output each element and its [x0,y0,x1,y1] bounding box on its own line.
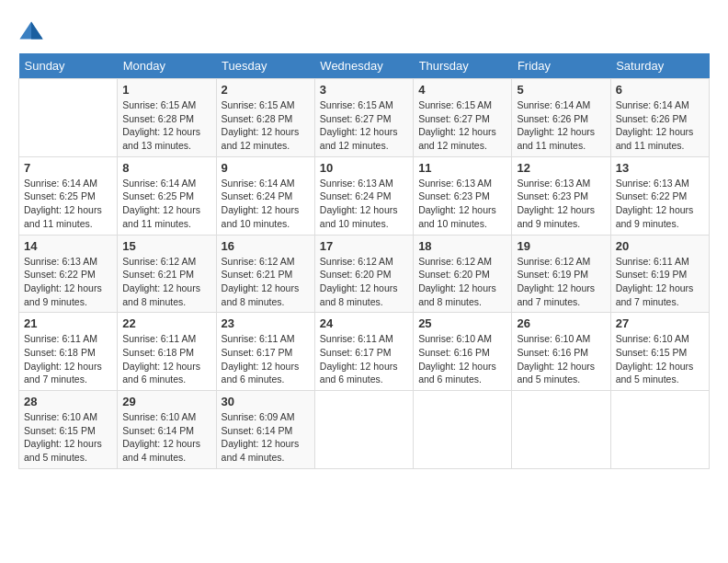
day-info: Sunrise: 6:12 AMSunset: 6:20 PMDaylight:… [418,255,506,309]
day-cell: 19Sunrise: 6:12 AMSunset: 6:19 PMDayligh… [512,235,610,313]
day-info: Sunrise: 6:10 AMSunset: 6:16 PMDaylight:… [517,332,605,386]
day-cell: 13Sunrise: 6:13 AMSunset: 6:22 PMDayligh… [610,156,709,235]
day-number: 29 [122,395,210,408]
day-info: Sunrise: 6:15 AMSunset: 6:28 PMDaylight:… [122,98,210,153]
day-number: 24 [320,316,408,330]
day-info: Sunrise: 6:13 AMSunset: 6:24 PMDaylight:… [320,177,408,231]
day-number: 30 [222,395,310,408]
day-number: 21 [24,316,112,330]
logo-icon [18,18,44,44]
header-cell-friday: Friday [512,53,610,79]
day-number: 11 [418,161,506,175]
day-info: Sunrise: 6:12 AMSunset: 6:20 PMDaylight:… [320,255,408,309]
day-info: Sunrise: 6:14 AMSunset: 6:26 PMDaylight:… [517,98,605,153]
day-cell: 10Sunrise: 6:13 AMSunset: 6:24 PMDayligh… [314,156,413,235]
day-number: 8 [122,161,210,175]
day-cell: 15Sunrise: 6:12 AMSunset: 6:21 PMDayligh… [118,235,216,313]
day-info: Sunrise: 6:15 AMSunset: 6:27 PMDaylight:… [320,98,408,153]
logo [18,18,48,44]
day-cell [414,391,512,469]
day-info: Sunrise: 6:13 AMSunset: 6:23 PMDaylight:… [517,177,605,231]
day-cell: 27Sunrise: 6:10 AMSunset: 6:15 PMDayligh… [610,313,709,391]
day-info: Sunrise: 6:11 AMSunset: 6:19 PMDaylight:… [616,255,704,309]
day-info: Sunrise: 6:11 AMSunset: 6:17 PMDaylight:… [320,332,408,386]
calendar-header: SundayMondayTuesdayWednesdayThursdayFrid… [19,53,710,79]
day-number: 9 [222,161,310,175]
day-info: Sunrise: 6:15 AMSunset: 6:28 PMDaylight:… [222,98,310,153]
day-number: 15 [122,239,210,253]
day-number: 13 [616,161,704,175]
day-info: Sunrise: 6:10 AMSunset: 6:15 PMDaylight:… [616,332,704,386]
day-cell: 30Sunrise: 6:09 AMSunset: 6:14 PMDayligh… [216,391,314,469]
day-info: Sunrise: 6:10 AMSunset: 6:15 PMDaylight:… [24,410,112,465]
day-info: Sunrise: 6:13 AMSunset: 6:22 PMDaylight:… [616,177,704,231]
day-number: 2 [222,83,310,97]
day-cell: 20Sunrise: 6:11 AMSunset: 6:19 PMDayligh… [610,235,709,313]
day-info: Sunrise: 6:11 AMSunset: 6:18 PMDaylight:… [24,332,112,386]
calendar-body: 1Sunrise: 6:15 AMSunset: 6:28 PMDaylight… [19,79,710,469]
day-cell [610,391,709,469]
day-cell: 26Sunrise: 6:10 AMSunset: 6:16 PMDayligh… [512,313,610,391]
day-info: Sunrise: 6:14 AMSunset: 6:25 PMDaylight:… [122,177,210,231]
day-info: Sunrise: 6:15 AMSunset: 6:27 PMDaylight:… [418,98,506,153]
day-cell: 1Sunrise: 6:15 AMSunset: 6:28 PMDaylight… [118,79,216,157]
day-cell: 6Sunrise: 6:14 AMSunset: 6:26 PMDaylight… [610,79,709,157]
day-info: Sunrise: 6:11 AMSunset: 6:18 PMDaylight:… [122,332,210,386]
day-cell: 21Sunrise: 6:11 AMSunset: 6:18 PMDayligh… [19,313,118,391]
day-info: Sunrise: 6:14 AMSunset: 6:26 PMDaylight:… [616,98,704,153]
day-cell: 17Sunrise: 6:12 AMSunset: 6:20 PMDayligh… [314,235,413,313]
day-cell: 18Sunrise: 6:12 AMSunset: 6:20 PMDayligh… [414,235,512,313]
day-info: Sunrise: 6:10 AMSunset: 6:16 PMDaylight:… [418,332,506,386]
header-cell-wednesday: Wednesday [314,53,413,79]
day-info: Sunrise: 6:12 AMSunset: 6:21 PMDaylight:… [122,255,210,309]
day-cell: 4Sunrise: 6:15 AMSunset: 6:27 PMDaylight… [414,79,512,157]
week-row-1: 1Sunrise: 6:15 AMSunset: 6:28 PMDaylight… [19,79,710,157]
day-cell: 29Sunrise: 6:10 AMSunset: 6:14 PMDayligh… [118,391,216,469]
day-cell: 9Sunrise: 6:14 AMSunset: 6:24 PMDaylight… [216,156,314,235]
svg-marker-1 [31,22,43,40]
day-info: Sunrise: 6:09 AMSunset: 6:14 PMDaylight:… [222,410,310,465]
day-cell: 23Sunrise: 6:11 AMSunset: 6:17 PMDayligh… [216,313,314,391]
week-row-3: 14Sunrise: 6:13 AMSunset: 6:22 PMDayligh… [19,235,710,313]
day-cell: 5Sunrise: 6:14 AMSunset: 6:26 PMDaylight… [512,79,610,157]
day-cell: 22Sunrise: 6:11 AMSunset: 6:18 PMDayligh… [118,313,216,391]
day-info: Sunrise: 6:13 AMSunset: 6:23 PMDaylight:… [418,177,506,231]
day-number: 4 [418,83,506,97]
day-number: 27 [616,316,704,330]
header-row: SundayMondayTuesdayWednesdayThursdayFrid… [19,53,710,79]
day-cell: 12Sunrise: 6:13 AMSunset: 6:23 PMDayligh… [512,156,610,235]
day-info: Sunrise: 6:13 AMSunset: 6:22 PMDaylight:… [24,255,112,309]
day-info: Sunrise: 6:12 AMSunset: 6:21 PMDaylight:… [222,255,310,309]
day-cell: 25Sunrise: 6:10 AMSunset: 6:16 PMDayligh… [414,313,512,391]
day-number: 23 [222,316,310,330]
week-row-4: 21Sunrise: 6:11 AMSunset: 6:18 PMDayligh… [19,313,710,391]
day-number: 26 [517,316,605,330]
day-cell: 8Sunrise: 6:14 AMSunset: 6:25 PMDaylight… [118,156,216,235]
day-number: 6 [616,83,704,97]
day-cell [19,79,118,157]
day-number: 28 [24,395,112,408]
day-cell: 24Sunrise: 6:11 AMSunset: 6:17 PMDayligh… [314,313,413,391]
header-cell-thursday: Thursday [414,53,512,79]
day-number: 18 [418,239,506,253]
day-cell: 28Sunrise: 6:10 AMSunset: 6:15 PMDayligh… [19,391,118,469]
day-cell: 14Sunrise: 6:13 AMSunset: 6:22 PMDayligh… [19,235,118,313]
header-cell-monday: Monday [118,53,216,79]
day-info: Sunrise: 6:14 AMSunset: 6:24 PMDaylight:… [222,177,310,231]
day-number: 12 [517,161,605,175]
day-number: 19 [517,239,605,253]
day-cell [512,391,610,469]
day-cell: 7Sunrise: 6:14 AMSunset: 6:25 PMDaylight… [19,156,118,235]
calendar-table: SundayMondayTuesdayWednesdayThursdayFrid… [18,53,710,469]
day-number: 14 [24,239,112,253]
day-number: 10 [320,161,408,175]
week-row-5: 28Sunrise: 6:10 AMSunset: 6:15 PMDayligh… [19,391,710,469]
day-number: 25 [418,316,506,330]
week-row-2: 7Sunrise: 6:14 AMSunset: 6:25 PMDaylight… [19,156,710,235]
day-cell: 11Sunrise: 6:13 AMSunset: 6:23 PMDayligh… [414,156,512,235]
day-number: 20 [616,239,704,253]
header-cell-saturday: Saturday [610,53,709,79]
day-cell [314,391,413,469]
header-cell-tuesday: Tuesday [216,53,314,79]
day-number: 22 [122,316,210,330]
